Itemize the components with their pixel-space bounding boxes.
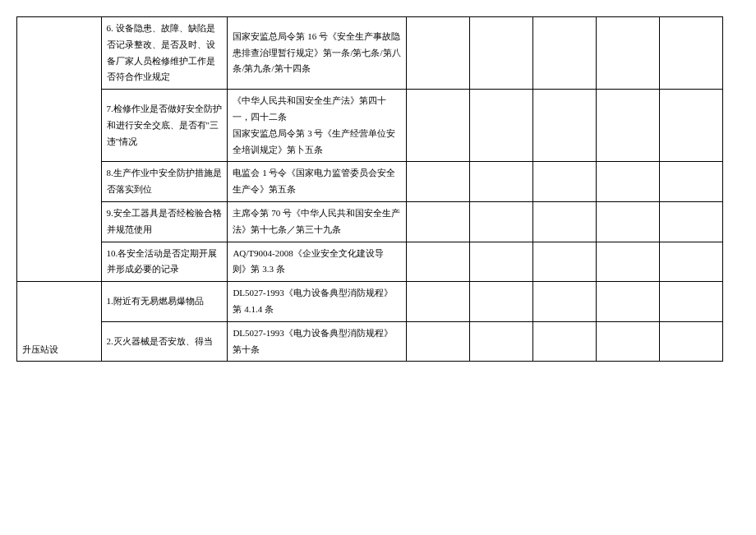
empty-cell bbox=[660, 321, 723, 362]
empty-cell bbox=[597, 90, 660, 162]
empty-cell bbox=[533, 201, 597, 242]
basis-cell: 国家安监总局令第 16 号《安全生产事故隐患排查治理暂行规定》第一条/第七条/第… bbox=[228, 17, 407, 90]
empty-cell bbox=[407, 17, 470, 90]
empty-cell bbox=[470, 321, 533, 362]
basis-cell: AQ/T9004-2008《企业安全文化建设导则》第 3.3 条 bbox=[228, 242, 407, 282]
basis-cell: 《中华人民共和国安全生产法》第四十一，四十二条 国家安监总局令第 3 号《生产经… bbox=[228, 90, 407, 162]
empty-cell bbox=[533, 17, 597, 90]
empty-cell bbox=[407, 201, 470, 242]
empty-cell bbox=[660, 162, 723, 202]
category-cell: 升压站设 bbox=[17, 282, 102, 362]
document-table: 6. 设备隐患、故障、缺陷是否记录整改、是否及时、设备厂家人员检修维护工作是否符… bbox=[16, 16, 723, 362]
item-cell: 1.附近有无易燃易爆物品 bbox=[101, 282, 228, 322]
empty-cell bbox=[660, 17, 723, 90]
table-row: 6. 设备隐患、故障、缺陷是否记录整改、是否及时、设备厂家人员检修维护工作是否符… bbox=[17, 17, 723, 90]
item-cell: 2.灭火器械是否安放、得当 bbox=[101, 321, 228, 362]
empty-cell bbox=[660, 90, 723, 162]
empty-cell bbox=[407, 242, 470, 282]
empty-cell bbox=[597, 17, 660, 90]
table-row: 升压站设 1.附近有无易燃易爆物品 DL5027-1993《电力设备典型消防规程… bbox=[17, 282, 723, 322]
empty-cell bbox=[407, 282, 470, 322]
category-cell bbox=[17, 17, 102, 282]
item-cell: 9.安全工器具是否经检验合格并规范使用 bbox=[101, 201, 228, 242]
item-cell: 6. 设备隐患、故障、缺陷是否记录整改、是否及时、设备厂家人员检修维护工作是否符… bbox=[101, 17, 228, 90]
empty-cell bbox=[407, 90, 470, 162]
table-row: 9.安全工器具是否经检验合格并规范使用 主席令第 70 号《中华人民共和国安全生… bbox=[17, 201, 723, 242]
item-cell: 7.检修作业是否做好安全防护和进行安全交底、是否有"三违"情况 bbox=[101, 90, 228, 162]
empty-cell bbox=[597, 242, 660, 282]
empty-cell bbox=[660, 282, 723, 322]
empty-cell bbox=[470, 90, 533, 162]
empty-cell bbox=[597, 282, 660, 322]
empty-cell bbox=[407, 162, 470, 202]
table-row: 10.各安全活动是否定期开展并形成必要的记录 AQ/T9004-2008《企业安… bbox=[17, 242, 723, 282]
empty-cell bbox=[597, 321, 660, 362]
table-row: 8.生产作业中安全防护措施是否落实到位 电监会 1 号令《国家电力监管委员会安全… bbox=[17, 162, 723, 202]
table-row: 2.灭火器械是否安放、得当 DL5027-1993《电力设备典型消防规程》第十条 bbox=[17, 321, 723, 362]
empty-cell bbox=[597, 162, 660, 202]
empty-cell bbox=[470, 242, 533, 282]
empty-cell bbox=[470, 162, 533, 202]
empty-cell bbox=[407, 321, 470, 362]
basis-cell: 电监会 1 号令《国家电力监管委员会安全生产令》第五条 bbox=[228, 162, 407, 202]
empty-cell bbox=[470, 282, 533, 322]
empty-cell bbox=[660, 201, 723, 242]
empty-cell bbox=[660, 242, 723, 282]
empty-cell bbox=[470, 201, 533, 242]
basis-cell: 主席令第 70 号《中华人民共和国安全生产法》第十七条／第三十九条 bbox=[228, 201, 407, 242]
basis-cell: DL5027-1993《电力设备典型消防规程》第十条 bbox=[228, 321, 407, 362]
empty-cell bbox=[533, 321, 597, 362]
empty-cell bbox=[533, 242, 597, 282]
basis-cell: DL5027-1993《电力设备典型消防规程》第 4.1.4 条 bbox=[228, 282, 407, 322]
empty-cell bbox=[470, 17, 533, 90]
empty-cell bbox=[533, 162, 597, 202]
empty-cell bbox=[533, 282, 597, 322]
item-cell: 10.各安全活动是否定期开展并形成必要的记录 bbox=[101, 242, 228, 282]
empty-cell bbox=[533, 90, 597, 162]
table-row: 7.检修作业是否做好安全防护和进行安全交底、是否有"三违"情况 《中华人民共和国… bbox=[17, 90, 723, 162]
item-cell: 8.生产作业中安全防护措施是否落实到位 bbox=[101, 162, 228, 202]
empty-cell bbox=[597, 201, 660, 242]
